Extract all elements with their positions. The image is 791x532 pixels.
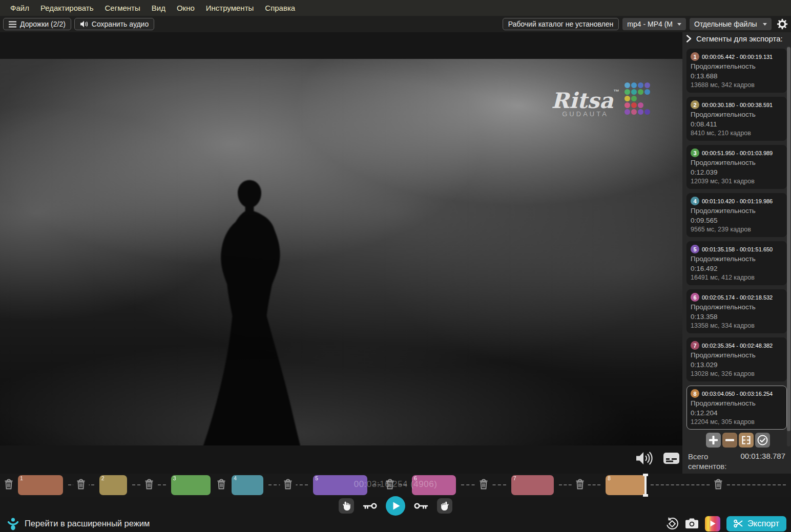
segment-card[interactable]: 7 00:02:35.354 - 00:02:48.382 Продолжите… [686,337,787,381]
singer-silhouette [165,173,334,445]
watermark-dot [631,89,637,95]
segment-duration: 0:09.565 [691,216,783,225]
segment-number-badge: 5 [691,245,699,253]
segment-card[interactable]: 1 00:00:05.442 - 00:00:19.131 Продолжите… [686,49,787,93]
segment-card[interactable]: 5 00:01:35.158 - 00:01:51.650 Продолжите… [686,241,787,285]
segment-card[interactable]: 2 00:00:30.180 - 00:00:38.591 Продолжите… [686,97,787,141]
timeline-playhead[interactable] [644,474,647,497]
menu-item[interactable]: Инструменты [200,4,260,12]
segment-duration: 0:13.029 [691,360,783,369]
segments-panel-title: Сегменты для экспорта: [696,34,783,43]
menu-item[interactable]: Файл [5,4,35,12]
rotate-icon[interactable] [665,517,679,530]
segment-card[interactable]: 4 00:01:10.420 - 00:01:19.986 Продолжите… [686,193,787,237]
camera-snapshot-icon[interactable] [685,518,699,529]
add-segment-button[interactable] [706,433,721,448]
segment-details: 8410 мс, 210 кадров [691,129,783,137]
segment-duration-label: Продолжительность [691,158,783,167]
segment-details: 16491 мс, 412 кадров [691,273,783,282]
format-value: mp4 - MP4 (M [627,20,673,28]
next-keyframe-button[interactable] [414,502,428,510]
timeline-segment[interactable]: 1 [18,475,63,495]
segment-duration-label: Продолжительность [691,303,783,312]
advanced-mode-label: Перейти в расширенный режим [25,519,150,528]
advanced-mode-toggle[interactable]: Перейти в расширенный режим [7,517,150,530]
menu-item[interactable]: Справка [259,4,301,12]
segment-details: 13688 мс, 342 кадров [691,81,783,89]
segment-card[interactable]: 3 00:00:51.950 - 00:01:03.989 Продолжите… [686,145,787,189]
watermark-dot [631,96,637,101]
set-cut-end-button[interactable] [437,498,452,514]
timeline-track[interactable]: 00:03:16.254 (4906) 1 2 3 4 5 6 7 8 [0,474,791,497]
watermark-dot [631,109,637,115]
segment-number-badge: 2 [691,100,699,109]
segment-range: 00:00:51.950 - 00:01:03.989 [702,150,773,156]
remove-segment-button[interactable] [722,433,737,448]
output-mode-select[interactable]: Отдельные файлы [690,18,772,30]
delete-segment-trash-icon[interactable] [73,478,89,490]
export-button[interactable]: Экспорт [726,516,786,531]
app-window: ФайлРедактироватьСегментыВидОкноИнструме… [0,0,791,532]
play-button[interactable] [386,496,405,516]
export-label: Экспорт [747,519,779,528]
watermark-dot [638,82,643,88]
delete-segment-trash-icon[interactable] [475,478,491,490]
output-mode-value: Отдельные файлы [694,20,757,28]
segments-panel: Сегменты для экспорта: 1 00:00:05.442 - … [682,32,791,474]
menu-item[interactable]: Редактировать [35,4,99,12]
scissors-icon [734,519,743,528]
chevron-right-icon[interactable] [686,35,692,42]
segment-number-badge: 3 [691,148,699,157]
prev-keyframe-button[interactable] [363,502,377,510]
timeline-segment[interactable]: 8 [606,475,646,495]
menu-bar: ФайлРедактироватьСегментыВидОкноИнструме… [0,0,791,16]
timeline-segment[interactable]: 4 [232,475,263,495]
working-dir-button[interactable]: Рабочий каталог не установлен [503,18,619,30]
settings-gear-button[interactable] [777,18,788,30]
segments-panel-header: Сегменты для экспорта: [686,34,783,43]
split-segment-button[interactable] [739,433,754,448]
delete-segment-trash-icon[interactable] [572,478,588,490]
menu-item[interactable]: Сегменты [99,4,146,12]
chevron-down-icon [763,23,767,26]
panel-scrollbar[interactable] [787,46,790,446]
chevron-down-icon [677,23,681,26]
segment-duration: 0:13.688 [691,72,783,80]
set-cut-start-button[interactable] [339,498,354,514]
subtitles-button[interactable] [663,452,680,465]
watermark-dot [625,102,630,108]
timeline-segment[interactable]: 3 [171,475,211,495]
segment-duration: 0:13.358 [691,312,783,321]
format-select[interactable]: mp4 - MP4 (M [622,18,686,30]
volume-button[interactable] [635,451,654,466]
segment-duration-label: Продолжительность [691,351,783,360]
segment-actions [706,433,770,448]
menu-item[interactable]: Окно [171,4,200,12]
speaker-icon [80,20,88,28]
segment-duration-label: Продолжительность [691,110,783,119]
select-segments-button[interactable] [755,433,770,448]
segment-duration-label: Продолжительность [691,399,783,408]
timeline-segment[interactable]: 2 [99,475,127,495]
timeline-segment[interactable]: 7 [511,475,554,495]
segment-card[interactable]: 6 00:02:05.174 - 00:02:18.532 Продолжите… [686,289,787,333]
menu-item[interactable]: Вид [146,4,171,12]
delete-segment-trash-icon[interactable] [213,478,229,490]
delete-segment-trash-icon[interactable] [141,478,157,490]
segment-card[interactable]: 8 00:03:04.050 - 00:03:16.254 Продолжите… [686,386,787,430]
watermark-dot [625,109,630,115]
delete-segment-trash-icon[interactable] [711,478,726,490]
delete-segment-trash-icon[interactable] [1,478,17,490]
segment-duration: 0:16.492 [691,264,783,273]
preview-button[interactable] [705,516,720,531]
tracks-button[interactable]: Дорожки (2/2) [3,18,71,30]
video-canvas[interactable]: Ritsa™ GUDAUTA [0,59,682,445]
save-audio-button[interactable]: Сохранить аудио [74,18,154,30]
segment-details: 13358 мс, 334 кадров [691,322,783,330]
panel-scrollbar-thumb[interactable] [787,47,790,431]
segment-range: 00:02:05.174 - 00:02:18.532 [702,294,773,301]
timeline-segment-number: 7 [513,475,516,481]
segment-duration-label: Продолжительность [691,206,783,216]
delete-segment-trash-icon[interactable] [280,478,296,490]
segment-range: 00:00:05.442 - 00:00:19.131 [702,54,773,60]
